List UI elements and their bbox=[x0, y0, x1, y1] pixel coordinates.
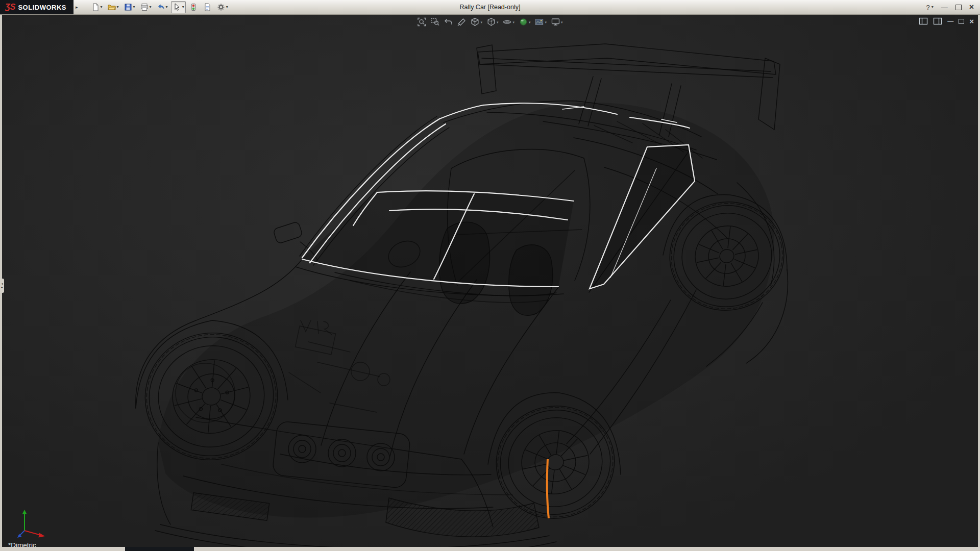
close-button[interactable]: × bbox=[969, 3, 974, 11]
graphics-viewport[interactable]: ▾ ▾ ▾ ▾ ▾ ▾ bbox=[2, 14, 978, 547]
dropdown-caret-icon[interactable]: ▾ bbox=[561, 20, 563, 24]
appearance-sphere-icon bbox=[519, 17, 528, 27]
dropdown-caret-icon[interactable]: ▾ bbox=[512, 20, 514, 24]
restore-button[interactable] bbox=[955, 5, 962, 10]
close-document-icon: × bbox=[969, 17, 974, 25]
solidworks-logo-text: SOLIDWORKS bbox=[18, 4, 66, 11]
print-button[interactable]: ▾ bbox=[138, 1, 153, 13]
dropdown-caret-icon[interactable]: ▾ bbox=[117, 5, 119, 9]
restore-document-icon bbox=[959, 19, 964, 24]
dropdown-caret-icon[interactable]: ▾ bbox=[545, 20, 547, 24]
zoom-to-area-icon bbox=[430, 17, 439, 27]
help-button[interactable]: ? ▾ bbox=[926, 4, 933, 11]
view-orientation-label: *Dimetric bbox=[8, 541, 36, 547]
splitter-left-arrow-icon: ◂ bbox=[1, 282, 3, 286]
splitter-right-arrow-icon: ▸ bbox=[1, 286, 3, 289]
selected-edge[interactable] bbox=[547, 459, 549, 518]
save-floppy-icon bbox=[124, 3, 133, 12]
new-document-button[interactable]: ▾ bbox=[89, 1, 104, 13]
previous-view-icon bbox=[444, 17, 453, 27]
apply-scene-button[interactable]: ▾ bbox=[534, 17, 548, 27]
rebuild-button[interactable] bbox=[187, 1, 200, 13]
dropdown-caret-icon[interactable]: ▾ bbox=[133, 5, 135, 9]
solidworks-window: ƷS SOLIDWORKS ▸ ▾ ▾ ▾ ▾ ▾ bbox=[0, 0, 980, 551]
titlebar: ƷS SOLIDWORKS ▸ ▾ ▾ ▾ ▾ ▾ bbox=[0, 0, 980, 15]
display-style-icon bbox=[486, 17, 496, 27]
bottom-window-edge bbox=[0, 547, 980, 551]
dropdown-caret-icon[interactable]: ▾ bbox=[480, 20, 482, 24]
dropdown-caret-icon[interactable]: ▾ bbox=[101, 5, 103, 9]
dropdown-caret-icon[interactable]: ▾ bbox=[150, 5, 152, 9]
minimize-document-button[interactable]: — bbox=[947, 18, 953, 24]
feature-panel-splitter[interactable]: ◂ ▸ bbox=[0, 279, 4, 293]
select-button[interactable]: ▾ bbox=[171, 1, 186, 13]
restore-document-button[interactable] bbox=[959, 19, 964, 24]
solidworks-logo: ƷS SOLIDWORKS bbox=[0, 0, 74, 14]
options-button[interactable]: ▾ bbox=[215, 1, 230, 13]
menu-expand-arrow-icon[interactable]: ▸ bbox=[76, 5, 78, 10]
dropdown-caret-icon: ▾ bbox=[932, 5, 934, 9]
x-axis-arrowhead-icon bbox=[39, 533, 45, 538]
minimize-button[interactable]: — bbox=[941, 4, 948, 11]
undo-button[interactable]: ▾ bbox=[155, 1, 169, 13]
display-style-button[interactable]: ▾ bbox=[485, 17, 500, 27]
open-folder-icon bbox=[107, 3, 116, 12]
save-button[interactable]: ▾ bbox=[122, 1, 137, 13]
minimize-icon: — bbox=[941, 4, 948, 11]
eye-icon bbox=[502, 17, 511, 27]
select-cursor-icon bbox=[173, 3, 182, 12]
dropdown-caret-icon[interactable]: ▾ bbox=[182, 5, 184, 9]
previous-view-button[interactable] bbox=[443, 17, 454, 27]
minimize-document-icon: — bbox=[947, 18, 953, 24]
restore-icon bbox=[955, 5, 962, 10]
dropdown-caret-icon[interactable]: ▾ bbox=[497, 20, 499, 24]
view-settings-icon bbox=[551, 17, 560, 27]
document-window-controls: — × bbox=[919, 17, 974, 26]
options-gear-icon bbox=[216, 3, 226, 12]
z-axis bbox=[20, 531, 24, 535]
zoom-to-fit-icon bbox=[417, 17, 426, 27]
viewport-pane-left-button[interactable] bbox=[919, 17, 928, 26]
new-document-icon bbox=[91, 3, 100, 12]
view-settings-button[interactable]: ▾ bbox=[550, 17, 564, 27]
file-properties-button[interactable] bbox=[201, 1, 213, 13]
body-shading bbox=[158, 103, 774, 518]
rebuild-stoplight-icon bbox=[189, 3, 198, 12]
dropdown-caret-icon[interactable]: ▾ bbox=[529, 20, 531, 24]
scene-photo-icon bbox=[535, 17, 544, 27]
window-controls: ? ▾ — × bbox=[926, 3, 980, 11]
orientation-triad bbox=[13, 506, 50, 539]
x-axis bbox=[24, 531, 41, 535]
dropdown-caret-icon[interactable]: ▾ bbox=[166, 5, 168, 9]
open-button[interactable]: ▾ bbox=[106, 1, 120, 13]
heads-up-view-toolbar: ▾ ▾ ▾ ▾ ▾ ▾ bbox=[416, 17, 564, 27]
solidworks-logo-icon: ƷS bbox=[5, 3, 15, 12]
zoom-to-area-button[interactable] bbox=[429, 17, 440, 27]
hide-show-items-button[interactable]: ▾ bbox=[501, 17, 516, 27]
taskbar-dark-segment bbox=[125, 547, 194, 551]
section-view-icon bbox=[457, 17, 466, 27]
view-orientation-cube-icon bbox=[470, 17, 479, 27]
undo-arrow-icon bbox=[156, 3, 165, 12]
pane-right-icon bbox=[933, 17, 942, 26]
car-wireframe bbox=[2, 14, 978, 547]
edit-appearance-button[interactable]: ▾ bbox=[518, 17, 532, 27]
pane-left-icon bbox=[919, 17, 928, 26]
standard-toolbar: ▾ ▾ ▾ ▾ ▾ ▾ bbox=[89, 1, 230, 13]
viewport-pane-right-button[interactable] bbox=[933, 17, 942, 26]
close-icon: × bbox=[969, 3, 974, 11]
y-axis-arrowhead-icon bbox=[22, 510, 27, 514]
dropdown-caret-icon[interactable]: ▾ bbox=[226, 5, 228, 9]
zoom-to-fit-button[interactable] bbox=[416, 17, 427, 27]
file-properties-icon bbox=[203, 3, 212, 12]
section-view-button[interactable] bbox=[456, 17, 467, 27]
view-orientation-button[interactable]: ▾ bbox=[469, 17, 483, 27]
help-icon: ? bbox=[926, 4, 929, 11]
print-icon bbox=[140, 3, 149, 12]
close-document-button[interactable]: × bbox=[969, 17, 974, 25]
